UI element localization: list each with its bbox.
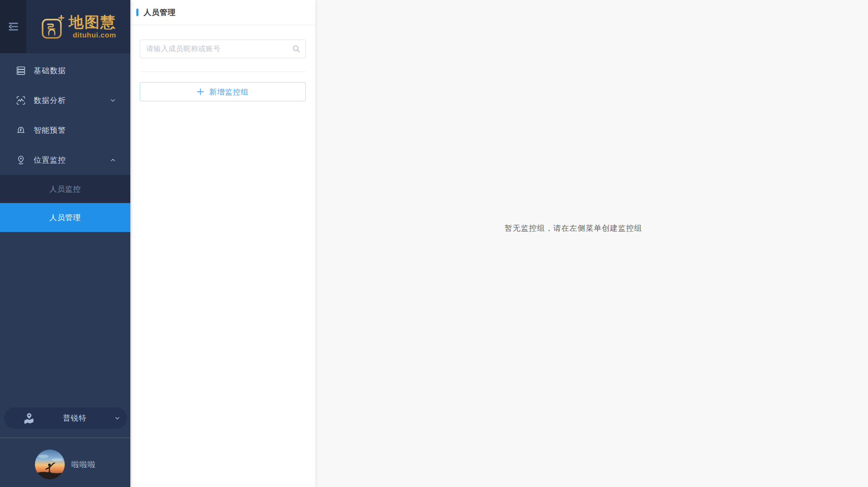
menu-fold-icon[interactable] [8, 22, 19, 32]
sidebar-item-data-analysis[interactable]: 数据分析 [0, 86, 130, 115]
member-search-input[interactable] [140, 40, 306, 58]
map-pin-group-icon [23, 413, 35, 424]
panel-header: 人员管理 [130, 0, 315, 25]
add-monitor-group-button[interactable]: 新增监控组 [140, 82, 306, 101]
sidebar-header: 地图慧 dituhui.com [0, 0, 130, 53]
sidebar-item-location-monitor[interactable]: 位置监控 [0, 145, 130, 175]
brand-logo[interactable]: 地图慧 dituhui.com [26, 0, 130, 53]
add-monitor-group-label: 新增监控组 [209, 87, 249, 97]
sidebar-item-personnel-monitor[interactable]: 人员监控 [0, 175, 130, 203]
avatar [35, 450, 65, 479]
brand-name: 地图慧 [69, 14, 116, 29]
database-icon [16, 66, 26, 76]
panel-body: 新增监控组 [130, 40, 315, 101]
org-switcher[interactable]: 普锐特 [4, 407, 127, 429]
user-profile[interactable]: 啦啦啦 [0, 450, 130, 479]
sidebar-item-label: 人员监控 [49, 184, 81, 194]
brand-logo-mark-icon [41, 14, 65, 40]
sidebar-bottom: 普锐特 [0, 407, 130, 487]
page-title: 人员管理 [144, 7, 176, 17]
chevron-up-icon [110, 157, 116, 163]
sidebar-item-label: 位置监控 [34, 155, 110, 165]
title-accent-bar [136, 9, 138, 16]
sidebar-bottom-divider [0, 438, 130, 438]
main-content: 暂无监控组，请在左侧菜单创建监控组 [315, 0, 868, 487]
brand-domain: dituhui.com [73, 32, 116, 39]
sidebar-item-label: 人员管理 [49, 212, 81, 223]
sidebar-menu: 基础数据 数据分析 [0, 53, 130, 232]
collapse-rail [0, 0, 26, 53]
sidebar-item-personnel-manage[interactable]: 人员管理 [0, 203, 130, 232]
alert-icon [16, 125, 26, 135]
sidebar-item-smart-alert[interactable]: 智能预警 [0, 115, 130, 145]
empty-state-message: 暂无监控组，请在左侧菜单创建监控组 [315, 223, 832, 233]
sidebar-item-basic-data[interactable]: 基础数据 [0, 56, 130, 86]
sidebar-item-label: 智能预警 [34, 125, 116, 135]
org-name: 普锐特 [35, 413, 115, 423]
chevron-down-icon [110, 97, 116, 103]
analytics-icon [16, 95, 26, 106]
location-pin-icon [16, 155, 26, 165]
search-icon[interactable] [292, 45, 301, 53]
sidebar: 地图慧 dituhui.com 基础数据 [0, 0, 130, 487]
personnel-manage-panel: 人员管理 新增监控组 [130, 0, 315, 487]
brand-text: 地图慧 dituhui.com [69, 14, 116, 39]
user-name: 啦啦啦 [72, 459, 96, 470]
location-monitor-submenu: 人员监控 人员管理 [0, 175, 130, 232]
sidebar-item-label: 数据分析 [34, 95, 110, 106]
chevron-down-icon [115, 415, 120, 421]
panel-divider [140, 72, 306, 72]
plus-icon [197, 88, 204, 95]
sidebar-item-label: 基础数据 [34, 66, 116, 76]
member-search [140, 40, 306, 58]
